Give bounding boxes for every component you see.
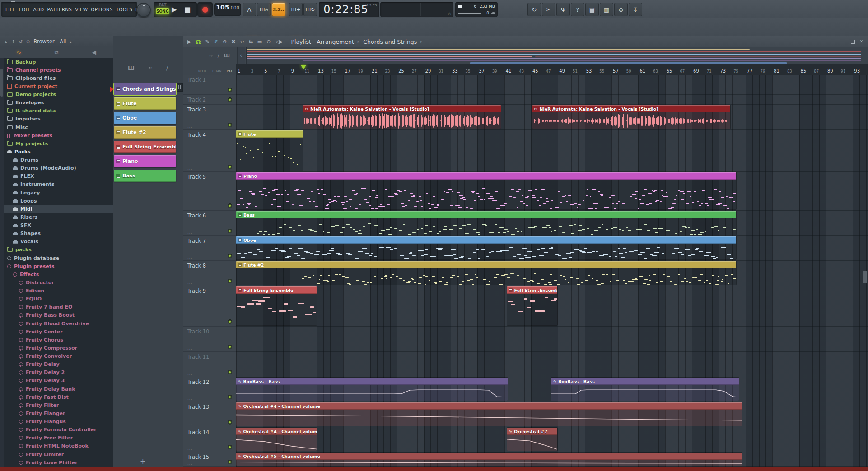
- menu-tools[interactable]: TOOLS: [116, 7, 132, 12]
- browser-item-edison[interactable]: Edison: [4, 287, 113, 295]
- browser-item-flex[interactable]: FLEX: [4, 172, 113, 180]
- main-volume-knob[interactable]: [136, 3, 151, 17]
- browser-item-mixer-presets[interactable]: Mixer presets: [4, 131, 113, 139]
- resource-monitor[interactable]: 6 233 MB 0: [455, 2, 498, 17]
- record-button[interactable]: [197, 2, 213, 17]
- clip-full-string-ensemble[interactable]: Full String Ensemble: [236, 286, 317, 325]
- clip-oboe[interactable]: Oboe: [236, 236, 736, 259]
- browser-item-demo-projects[interactable]: Demo projects: [4, 91, 113, 99]
- slice-tool[interactable]: ⇆: [249, 39, 253, 45]
- track-lane-10[interactable]: [236, 327, 868, 352]
- browser-item-distructor[interactable]: Distructor: [4, 278, 113, 286]
- clip-bass[interactable]: Bass: [236, 211, 736, 235]
- browser-item-loops[interactable]: Loops: [4, 197, 113, 205]
- playback-tool[interactable]: ◁▶: [275, 39, 283, 45]
- browser-item-fruity-filter[interactable]: Fruity Filter: [4, 401, 113, 409]
- browser-item-fruity-center[interactable]: Fruity Center: [4, 328, 113, 336]
- corner-piano-icon[interactable]: Ш: [224, 53, 230, 59]
- corner-wave-icon[interactable]: ≈: [209, 53, 213, 59]
- countdown-button[interactable]: 3.2.:: [272, 3, 285, 16]
- track-mute-led[interactable]: [228, 395, 232, 399]
- menu-patterns[interactable]: PATTERNS: [47, 7, 72, 12]
- browser-item-fruity-limiter[interactable]: Fruity Limiter: [4, 450, 113, 458]
- playlist-titlebar[interactable]: ▶ Ω ✎ ✐ ⊘ ✖ ↔ ⇆ ▭ ⊙ ◁▶ Playlist - Arrang…: [183, 36, 868, 47]
- browser-item-current-project[interactable]: Current project: [4, 82, 113, 90]
- browser-item-fruity-blood-overdrive[interactable]: Fruity Blood Overdrive: [4, 319, 113, 328]
- pattern-flute-2[interactable]: Flute #2: [114, 126, 176, 139]
- recording-options-button[interactable]: Ψ: [556, 3, 570, 16]
- track-options[interactable]: ...: [187, 280, 193, 285]
- track-lane-14[interactable]: ∿Orchestral #4 - Channel volume∿Orchestr…: [236, 427, 868, 452]
- track-options[interactable]: ...: [187, 255, 193, 259]
- track-options[interactable]: ...: [187, 446, 193, 451]
- browser-item-fruity-delay-bank[interactable]: Fruity Delay Bank: [4, 385, 113, 393]
- browser-item-drums-modeaudio-[interactable]: Drums (ModeAudio): [4, 164, 113, 172]
- pattern-flute[interactable]: Flute: [114, 97, 176, 110]
- track-header-13[interactable]: Track 13...: [183, 402, 236, 427]
- browser-item-fruity-7-band-eq[interactable]: Fruity 7 band EQ: [4, 303, 113, 311]
- browser-item-fruity-compressor[interactable]: Fruity Compressor: [4, 344, 113, 352]
- track-header-2[interactable]: Track 2: [183, 95, 236, 105]
- browser-tab-sounds[interactable]: ∿: [0, 49, 37, 55]
- breadcrumb-playlist[interactable]: Playlist - Arrangement: [291, 38, 354, 45]
- select-tool[interactable]: ▭: [257, 39, 262, 45]
- track-lane-2[interactable]: [236, 95, 868, 105]
- clip-full-strin-ensemble[interactable]: Full Strin..Ensemble: [507, 286, 557, 325]
- track-header-8[interactable]: Track 8...: [183, 261, 236, 286]
- browser-item-misc[interactable]: Misc: [4, 123, 113, 131]
- track-options[interactable]: ...: [187, 346, 193, 351]
- track-lane-12[interactable]: ∿BooBass - Bass∿BooBass - Bass: [236, 377, 868, 402]
- browser-up-icon[interactable]: ↑: [11, 39, 15, 44]
- navigator-collapse-button[interactable]: ‹: [237, 47, 245, 64]
- browser-item-fruity-flangus[interactable]: Fruity Flangus: [4, 418, 113, 426]
- cut-tool-button[interactable]: ✂: [542, 3, 555, 16]
- track-header-6[interactable]: Track 6...: [183, 211, 236, 236]
- track-header-12[interactable]: Track 12...: [183, 377, 236, 402]
- track-mute-led[interactable]: [228, 254, 232, 258]
- track-options[interactable]: ...: [187, 396, 193, 401]
- browser-search-icon[interactable]: ⊙: [26, 39, 30, 44]
- track-options[interactable]: ...: [187, 205, 193, 209]
- track-lane-1[interactable]: [236, 75, 868, 95]
- browser-undo-icon[interactable]: ↺: [19, 39, 22, 44]
- slip-tool[interactable]: ↔: [240, 39, 244, 45]
- paint-tool[interactable]: ✐: [214, 39, 218, 45]
- track-lane-11[interactable]: [236, 352, 868, 377]
- clip-flute[interactable]: Flute: [236, 130, 303, 171]
- playlist-scrollbar-thumb[interactable]: [863, 271, 867, 283]
- track-lane-7[interactable]: Oboe: [236, 236, 868, 261]
- clip-orchestral-4-channel-volume[interactable]: ∿Orchestral #4 - Channel volume: [236, 402, 742, 426]
- track-header-15[interactable]: Track 15...: [183, 452, 236, 467]
- playlist-grid[interactable]: ↦NieR Automata: Kaine Salvation - Vocals…: [236, 75, 868, 467]
- browser-item-impulses[interactable]: Impulses: [4, 115, 113, 123]
- track-mute-led[interactable]: [228, 203, 232, 208]
- browser-item-fruity-delay-3[interactable]: Fruity Delay 3: [4, 377, 113, 385]
- pat-song-toggle[interactable]: PAT SONG: [156, 2, 169, 16]
- track-mute-led[interactable]: [228, 97, 232, 102]
- browser-item-vocals[interactable]: Vocals: [4, 238, 113, 246]
- track-header-5[interactable]: Track 5...: [183, 172, 236, 211]
- track-options[interactable]: ...: [187, 421, 193, 426]
- browser-item-fruity-delay-2[interactable]: Fruity Delay 2: [4, 369, 113, 377]
- save-button[interactable]: ▤: [585, 3, 599, 16]
- clip-orchestral-4-channel-volume[interactable]: ∿Orchestral #4 - Channel volume: [236, 428, 317, 451]
- snap-magnet-icon[interactable]: Ω: [196, 38, 201, 45]
- add-pattern-plus-button[interactable]: +: [140, 457, 146, 466]
- track-mute-led[interactable]: [228, 460, 232, 464]
- browser-item-equo[interactable]: EQUO: [4, 295, 113, 303]
- clip-nier-automata-kaine-salvation-vocals-studio-[interactable]: ↦NieR Automata: Kaine Salvation - Vocals…: [532, 105, 730, 129]
- track-mute-led[interactable]: [228, 165, 232, 169]
- menu-options[interactable]: OPTIONS: [91, 7, 112, 12]
- clip-piano[interactable]: Piano: [236, 172, 736, 209]
- browser-back-icon[interactable]: ▸: [5, 39, 8, 44]
- time-display[interactable]: 0:22:85 M:S:CS: [319, 2, 379, 17]
- track-options[interactable]: ...: [187, 124, 193, 129]
- tab-automation-icon[interactable]: /: [166, 65, 168, 71]
- breadcrumb-arrangement[interactable]: Chords and Strings: [363, 38, 417, 45]
- playlist-maximize-button[interactable]: [849, 38, 857, 45]
- clip-boobass-bass[interactable]: ∿BooBass - Bass: [551, 378, 739, 401]
- track-mute-led[interactable]: [228, 445, 232, 449]
- loop-recording-button[interactable]: Ш↻: [303, 3, 317, 16]
- mute-tool[interactable]: ✖: [231, 39, 235, 45]
- track-lane-5[interactable]: Piano: [236, 172, 868, 211]
